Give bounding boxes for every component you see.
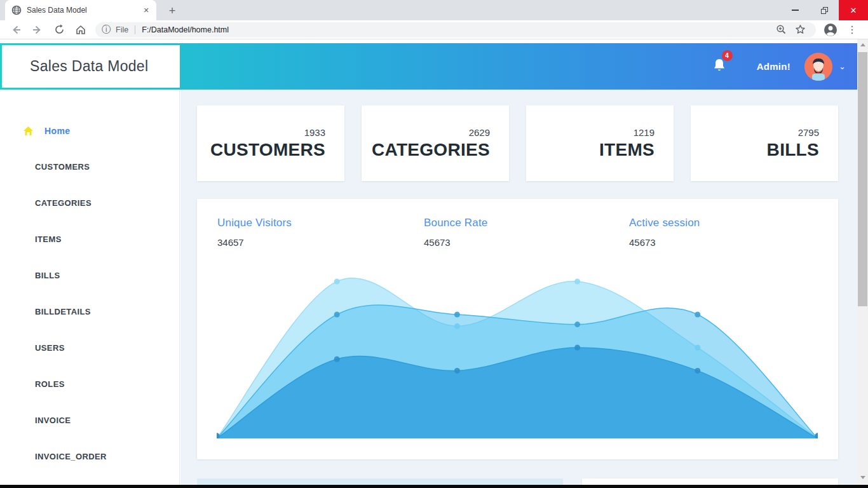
browser-tab[interactable]: Sales Data Model ✕ xyxy=(5,0,156,20)
url-separator xyxy=(135,25,135,34)
stat-card-items: 1219 ITEMS xyxy=(526,105,674,181)
stat-value: 2629 xyxy=(469,127,490,138)
sidebar-item-label: INVOICE xyxy=(35,416,71,425)
minimize-button[interactable] xyxy=(780,0,810,20)
sidebar-item-label: ITEMS xyxy=(35,234,62,244)
page-info-icon[interactable]: ⓘ xyxy=(102,24,111,36)
header-actions: 4 Admin! ⌄ xyxy=(712,43,846,90)
stat-card-customers: 1933 CUSTOMERS xyxy=(197,105,344,181)
metric-value: 34657 xyxy=(217,237,292,248)
stat-label: ITEMS xyxy=(599,140,654,160)
star-icon xyxy=(795,24,806,35)
metric-label: Active session xyxy=(629,217,700,229)
tab-strip: Sales Data Model ✕ + ✕ xyxy=(0,0,868,20)
bookmark-button[interactable] xyxy=(792,22,808,38)
window-controls: ✕ xyxy=(780,0,868,20)
scrollbar-thumb[interactable] xyxy=(858,52,867,306)
scrollbar-down-button[interactable] xyxy=(857,472,868,483)
user-menu-chevron-icon[interactable]: ⌄ xyxy=(839,62,846,71)
user-name-label: Admin! xyxy=(757,61,790,72)
zoom-magnifier-icon xyxy=(776,24,787,35)
tab-close-icon[interactable]: ✕ xyxy=(141,5,151,15)
sidebar-item-items[interactable]: ITEMS xyxy=(0,221,179,257)
stat-label: BILLS xyxy=(767,140,819,160)
browser-window: Sales Data Model ✕ + ✕ ⓘ File F xyxy=(0,0,868,488)
metric-label: Unique Visitors xyxy=(217,217,292,229)
sidebar-item-roles[interactable]: ROLES xyxy=(0,366,179,402)
home-icon xyxy=(75,24,86,36)
new-tab-button[interactable]: + xyxy=(164,3,180,19)
stat-value: 1933 xyxy=(304,127,325,138)
refresh-icon xyxy=(54,24,65,35)
stat-label: CUSTOMERS xyxy=(210,140,325,160)
zoom-indicator-button[interactable] xyxy=(773,22,789,38)
main-content: 1933 CUSTOMERS 2629 CATEGORIES 1219 ITEM… xyxy=(180,90,857,485)
metric-bounce-rate: Bounce Rate 45673 xyxy=(424,217,488,248)
sidebar-item-label: CATEGORIES xyxy=(35,198,92,208)
notification-badge: 4 xyxy=(722,50,733,61)
close-button[interactable]: ✕ xyxy=(839,0,868,20)
sidebar-item-label: Home xyxy=(44,126,71,136)
sidebar-item-bills[interactable]: BILLS xyxy=(0,257,179,294)
forward-button[interactable] xyxy=(29,22,46,38)
visitors-chart-card: Unique Visitors 34657 Bounce Rate 45673 … xyxy=(197,199,838,459)
sidebar-item-home[interactable]: Home xyxy=(0,112,179,149)
url-scheme-label: File xyxy=(116,25,128,34)
sidebar-item-invoice-order[interactable]: INVOICE_ORDER xyxy=(0,438,179,475)
metric-active-session: Active session 45673 xyxy=(629,217,700,248)
user-avatar[interactable] xyxy=(804,53,832,81)
sidebar-item-label: BILLS xyxy=(35,271,60,280)
sidebar-item-label: CUSTOMERS xyxy=(35,162,90,172)
page-scrollbar[interactable] xyxy=(857,39,868,485)
home-button[interactable] xyxy=(72,22,89,38)
stat-label: CATEGORIES xyxy=(372,140,490,160)
app-header: Sales Data Model 4 Admin! xyxy=(0,43,857,90)
scroll-up-icon xyxy=(860,43,865,46)
forward-icon xyxy=(32,24,43,36)
stat-card-categories: 2629 CATEGORIES xyxy=(362,105,509,181)
sidebar-item-label: BILLDETAILS xyxy=(35,307,91,316)
brand-box: Sales Data Model xyxy=(2,45,180,88)
sidebar-item-categories[interactable]: CATEGORIES xyxy=(0,185,179,221)
scroll-down-icon xyxy=(860,476,865,479)
stat-card-bills: 2795 BILLS xyxy=(691,105,838,181)
url-text[interactable]: F:/DataModel/home.html xyxy=(142,25,771,34)
sidebar-item-invoice[interactable]: INVOICE xyxy=(0,402,179,438)
sidebar-item-customers[interactable]: CUSTOMERS xyxy=(0,149,179,185)
sidebar-item-users[interactable]: USERS xyxy=(0,330,179,366)
sidebar-item-label: USERS xyxy=(35,343,65,353)
area-wave-chart xyxy=(217,273,818,438)
address-bar[interactable]: ⓘ File F:/DataModel/home.html xyxy=(95,22,816,37)
back-icon xyxy=(10,24,22,36)
profile-avatar-icon xyxy=(824,23,837,37)
scrollbar-up-button[interactable] xyxy=(857,39,868,50)
sidebar-item-billdetails[interactable]: BILLDETAILS xyxy=(0,294,179,330)
metric-value: 45673 xyxy=(629,237,700,248)
profile-button[interactable] xyxy=(822,22,839,38)
stat-value: 2795 xyxy=(798,127,819,138)
brand-title: Sales Data Model xyxy=(30,58,148,75)
notifications-button[interactable]: 4 xyxy=(712,58,726,76)
metric-value: 45673 xyxy=(424,237,488,248)
metric-unique-visitors: Unique Visitors 34657 xyxy=(217,217,292,248)
browser-toolbar: ⓘ File F:/DataModel/home.html ⋮ xyxy=(0,20,868,39)
home-house-icon xyxy=(23,126,34,136)
refresh-button[interactable] xyxy=(51,22,67,38)
avatar-person-icon xyxy=(804,53,832,81)
sidebar-nav: Home CUSTOMERS CATEGORIES ITEMS BILLS BI… xyxy=(0,112,179,475)
globe-favicon-icon xyxy=(11,5,22,15)
tab-title: Sales Data Model xyxy=(27,6,141,15)
restore-icon xyxy=(821,7,828,14)
close-icon: ✕ xyxy=(850,6,857,15)
sidebar-item-label: INVOICE_ORDER xyxy=(35,452,107,461)
minimize-icon xyxy=(792,10,799,11)
restore-button[interactable] xyxy=(810,0,839,20)
browser-menu-button[interactable]: ⋮ xyxy=(844,22,860,38)
sidebar: Home CUSTOMERS CATEGORIES ITEMS BILLS BI… xyxy=(0,90,180,485)
bottom-black-bar xyxy=(0,485,868,488)
stat-value: 1219 xyxy=(634,127,654,138)
sidebar-item-label: ROLES xyxy=(35,379,65,389)
metric-label: Bounce Rate xyxy=(424,217,488,229)
back-button[interactable] xyxy=(8,22,24,38)
